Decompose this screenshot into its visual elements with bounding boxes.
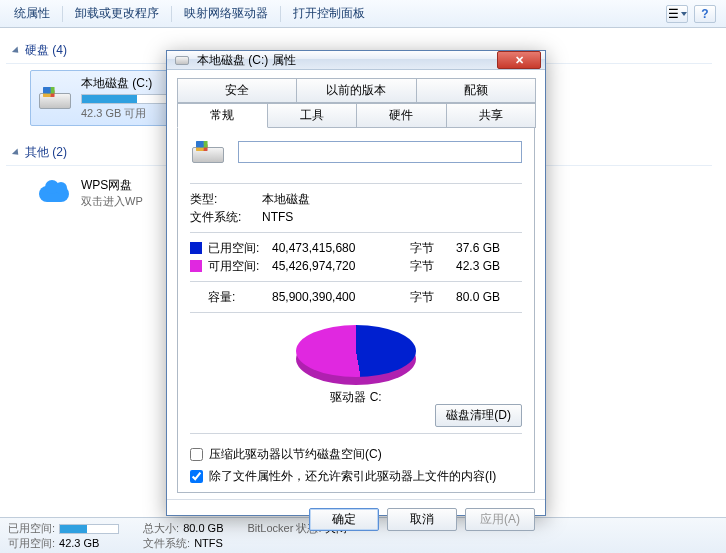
expand-icon (12, 46, 21, 55)
tab-tools[interactable]: 工具 (267, 103, 358, 128)
item-subtext: 双击进入WP (81, 194, 143, 209)
free-gb: 42.3 GB (444, 257, 500, 275)
separator (62, 6, 63, 22)
compress-option[interactable]: 压缩此驱动器以节约磁盘空间(C) (190, 446, 522, 462)
drive-icon (37, 83, 73, 113)
ok-button[interactable]: 确定 (309, 508, 379, 531)
separator (171, 6, 172, 22)
tab-sharing[interactable]: 共享 (446, 103, 537, 128)
tab-hardware[interactable]: 硬件 (356, 103, 447, 128)
sb-used-label: 已用空间: (8, 521, 55, 536)
capacity-label: 容量: (208, 288, 272, 306)
section-title: 其他 (2) (25, 144, 67, 161)
view-icon[interactable]: ☰ (666, 5, 688, 23)
disk-cleanup-button[interactable]: 磁盘清理(D) (435, 404, 522, 427)
cancel-button[interactable]: 取消 (387, 508, 457, 531)
type-label: 类型: (190, 190, 262, 208)
used-gb: 37.6 GB (444, 239, 500, 257)
cloud-icon (37, 178, 73, 208)
free-swatch (190, 260, 202, 272)
dialog-button-row: 确定 取消 应用(A) (167, 499, 545, 539)
used-bytes: 40,473,415,680 (272, 239, 410, 257)
index-checkbox[interactable] (190, 470, 203, 483)
used-label: 已用空间: (208, 239, 272, 257)
free-bytes: 45,426,974,720 (272, 257, 410, 275)
capacity-bytes: 85,900,390,400 (272, 288, 410, 306)
close-button[interactable]: ✕ (497, 51, 541, 69)
compress-label: 压缩此驱动器以节约磁盘空间(C) (209, 446, 382, 462)
type-value: 本地磁盘 (262, 190, 522, 208)
apply-button[interactable]: 应用(A) (465, 508, 535, 531)
toolbar-item[interactable]: 卸载或更改程序 (65, 5, 169, 22)
usage-pie-chart (296, 325, 416, 385)
tab-general[interactable]: 常规 (177, 103, 268, 128)
drive-icon (190, 137, 224, 167)
tab-quota[interactable]: 配额 (416, 78, 536, 103)
toolbar-item[interactable]: 打开控制面板 (283, 5, 375, 22)
toolbar-item[interactable]: 映射网络驱动器 (174, 5, 278, 22)
toolbar-item[interactable]: 统属性 (4, 5, 60, 22)
tab-previous-versions[interactable]: 以前的版本 (296, 78, 416, 103)
sb-used-bar (59, 524, 119, 534)
help-icon[interactable]: ? (694, 5, 716, 23)
dialog-titlebar[interactable]: 本地磁盘 (C:) 属性 ✕ (167, 51, 545, 70)
drive-icon (175, 52, 191, 68)
section-title: 硬盘 (4) (25, 42, 67, 59)
tab-strip: 安全 以前的版本 配额 常规 工具 硬件 共享 (177, 78, 535, 128)
index-option[interactable]: 除了文件属性外，还允许索引此驱动器上文件的内容(I) (190, 468, 522, 484)
index-label: 除了文件属性外，还允许索引此驱动器上文件的内容(I) (209, 468, 496, 484)
explorer-toolbar: 统属性 卸载或更改程序 映射网络驱动器 打开控制面板 ☰ ? (0, 0, 726, 28)
drive-name-input[interactable] (238, 141, 522, 163)
tab-security[interactable]: 安全 (177, 78, 297, 103)
sb-free-label: 可用空间: (8, 536, 55, 551)
item-name: WPS网盘 (81, 177, 143, 194)
fs-value: NTFS (262, 208, 522, 226)
expand-icon (12, 148, 21, 157)
free-label: 可用空间: (208, 257, 272, 275)
bytes-unit: 字节 (410, 257, 444, 275)
sb-free-value: 42.3 GB (59, 536, 99, 551)
bytes-unit: 字节 (410, 239, 444, 257)
tab-content-general: 类型:本地磁盘 文件系统:NTFS 已用空间: 40,473,415,680 字… (177, 127, 535, 493)
used-swatch (190, 242, 202, 254)
dialog-title: 本地磁盘 (C:) 属性 (197, 52, 296, 69)
separator (280, 6, 281, 22)
compress-checkbox[interactable] (190, 448, 203, 461)
capacity-gb: 80.0 GB (444, 288, 500, 306)
bytes-unit: 字节 (410, 288, 444, 306)
fs-label: 文件系统: (190, 208, 262, 226)
properties-dialog: 本地磁盘 (C:) 属性 ✕ 安全 以前的版本 配额 常规 工具 硬件 共享 类… (166, 50, 546, 516)
